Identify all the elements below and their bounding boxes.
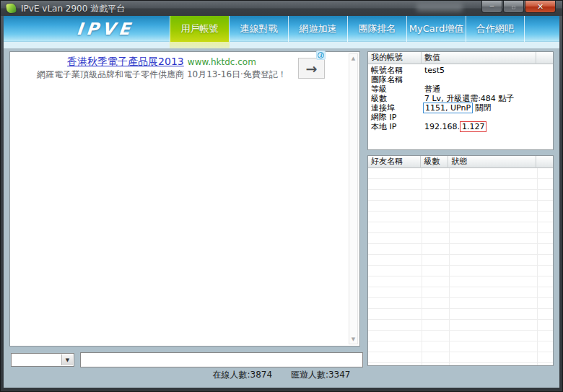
game-count: 匯遊人數:3347: [291, 369, 351, 381]
minimize-button[interactable]: ─: [481, 1, 502, 13]
column-header-friend-status[interactable]: 狀態: [448, 156, 536, 168]
grid-line: [449, 168, 450, 365]
tab-online-battle[interactable]: 連線對戰: [229, 16, 288, 42]
app-window: IPvE vLan 2900 遊戲平台 ─ ▫ ✕ IPVE 用戶帳號 連線對戰…: [0, 0, 563, 392]
tab-partner-cafe[interactable]: 合作網吧: [466, 16, 525, 42]
column-header-friend-name[interactable]: 好友名稱: [368, 156, 421, 168]
blurred-overlay: [416, 3, 463, 12]
friends-list-table: 好友名稱 級數 狀態: [367, 155, 554, 366]
nav-tabs: 用戶帳號 連線對戰 網遊加速 團隊排名 MyCard增值 合作網吧: [170, 16, 525, 42]
app-icon[interactable]: [6, 3, 17, 14]
friends-table-body: [368, 168, 553, 365]
window-title: IPvE vLan 2900 遊戲平台: [21, 3, 125, 15]
grid-line: [537, 168, 538, 365]
status-bar: 在線人數:3874 匯遊人數:3347: [4, 369, 559, 382]
tab-team-ranking[interactable]: 團隊排名: [347, 16, 406, 42]
port-highlight-box: 1151, UPnP: [423, 103, 473, 113]
active-tab-glow: [170, 42, 230, 48]
tab-mycard-topup[interactable]: MyCard增值: [406, 16, 466, 42]
arrow-right-icon: →: [306, 61, 318, 77]
tab-game-boost[interactable]: 網遊加速: [288, 16, 347, 42]
content-scrollbar[interactable]: ▲ ▼: [349, 53, 358, 344]
column-header-my-account[interactable]: 我的帳號: [368, 52, 422, 64]
account-table-body: 帳號名稱 test5 團隊名稱 等級 普通 級數 7 Lv, 升級還需:484 …: [368, 64, 553, 131]
maximize-button[interactable]: ▫: [503, 1, 524, 13]
scroll-down-icon[interactable]: ▼: [349, 336, 357, 342]
account-table-header: 我的帳號 數值: [368, 52, 553, 64]
ad-headline-link[interactable]: 香港秋季電子產品展2013: [67, 56, 184, 67]
chat-message-input[interactable]: [80, 352, 363, 367]
chevron-down-icon[interactable]: ▼: [61, 354, 73, 365]
ad-info-icon[interactable]: i: [316, 51, 326, 60]
table-row-account-name: 帳號名稱 test5: [368, 66, 553, 75]
column-header-value[interactable]: 數值: [422, 52, 536, 64]
column-header-friend-extra: [536, 156, 553, 168]
chat-target-dropdown[interactable]: ▼: [11, 353, 74, 367]
online-count: 在線人數:3874: [212, 369, 272, 381]
table-row-grade: 等級 普通: [368, 84, 553, 94]
grid-line: [422, 168, 422, 365]
table-row-port: 連接埠 1151, UPnP 關閉: [368, 103, 553, 113]
ip-highlight-box: 1.127: [460, 121, 487, 132]
app-body: IPVE 用戶帳號 連線對戰 網遊加速 團隊排名 MyCard增值 合作網吧 香…: [4, 16, 559, 388]
tab-user-account[interactable]: 用戶帳號: [170, 16, 229, 42]
ipve-logo: IPVE: [45, 19, 166, 38]
main-content-panel: 香港秋季電子產品展2013 www.hktdc.com 網羅電子業頂級品牌和電子…: [9, 51, 360, 347]
ad-banner: 香港秋季電子產品展2013 www.hktdc.com 網羅電子業頂級品牌和電子…: [10, 55, 313, 81]
column-header-extra: [536, 52, 553, 64]
ad-description: 網羅電子業頂級品牌和電子零件供應商 10月13-16日·免費登記！: [10, 69, 313, 81]
scroll-up-icon[interactable]: ▲: [349, 56, 357, 61]
nav-substrip: [4, 42, 559, 48]
account-info-table: 我的帳號 數值 帳號名稱 test5 團隊名稱 等級 普通 級數: [367, 51, 554, 150]
ad-arrow-button[interactable]: →: [298, 58, 325, 79]
table-row-team-name: 團隊名稱: [368, 75, 553, 84]
ad-site-url: www.hktdc.com: [188, 57, 256, 67]
column-header-friend-level[interactable]: 級數: [421, 156, 448, 168]
nav-bar: IPVE 用戶帳號 連線對戰 網遊加速 團隊排名 MyCard增值 合作網吧: [4, 16, 559, 42]
table-row-local-ip: 本地 IP 192.168.1.127: [368, 122, 553, 131]
friends-table-header: 好友名稱 級數 狀態: [368, 156, 553, 168]
title-bar[interactable]: IPvE vLan 2900 遊戲平台 ─ ▫ ✕: [1, 1, 562, 16]
close-button[interactable]: ✕: [525, 1, 556, 13]
